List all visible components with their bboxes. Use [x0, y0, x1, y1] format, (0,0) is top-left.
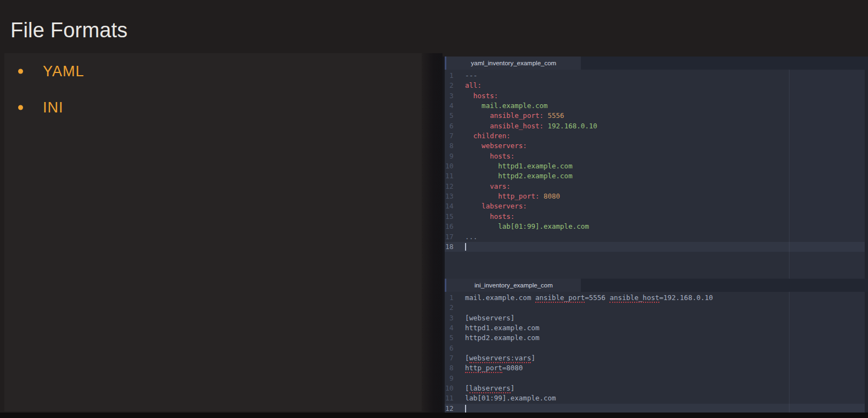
code-line: 7[webservers:vars]: [445, 353, 868, 363]
panel-shadow: [422, 53, 443, 418]
line-number: 1: [445, 71, 453, 81]
code-line: 1---: [445, 71, 868, 81]
code-text: httpd2.example.com: [453, 333, 539, 343]
code-text: mail.example.com ansible_port=5556 ansib…: [453, 293, 713, 303]
code-text: httpd2.example.com: [453, 171, 573, 181]
line-number: 6: [445, 343, 453, 353]
code-line: 7 children:: [445, 131, 868, 141]
yaml-tab-bar: yaml_inventory_example_com: [445, 57, 868, 70]
ini-editor-panel: ini_inventory_example_com 1mail.example.…: [443, 279, 868, 413]
bullet-item-label: INI: [43, 99, 64, 116]
code-line: 2all:: [445, 81, 868, 91]
code-text: [webservers]: [453, 313, 514, 323]
code-line: 2: [445, 303, 868, 313]
code-line: 14 labservers:: [445, 201, 868, 211]
code-text: ansible_host: 192.168.0.10: [453, 121, 597, 131]
code-line: 15 hosts:: [445, 212, 868, 222]
line-number: 8: [445, 363, 453, 373]
yaml-editor-panel: yaml_inventory_example_com 1---2all:3 ho…: [443, 57, 868, 279]
code-line: 9: [445, 374, 868, 383]
code-line: 13 http_port: 8080: [445, 191, 868, 201]
tab-yaml-inventory[interactable]: yaml_inventory_example_com: [446, 57, 581, 70]
bullet-item-ini: INI: [4, 98, 422, 117]
line-number: 16: [445, 222, 453, 231]
line-number: 7: [445, 353, 453, 363]
line-number: 12: [445, 182, 453, 191]
line-number: 11: [445, 171, 453, 181]
code-line: 6: [445, 343, 868, 353]
code-text: vars:: [453, 182, 511, 191]
code-text: lab[01:99].example.com: [453, 222, 589, 231]
code-line: 9 hosts:: [445, 151, 868, 161]
code-text: ...: [453, 232, 478, 242]
code-line: 18: [445, 242, 868, 252]
line-number: 6: [445, 121, 453, 131]
text-cursor: [465, 243, 466, 251]
scrollbar-track[interactable]: [865, 292, 868, 413]
line-number: 10: [445, 383, 453, 393]
line-number: 7: [445, 131, 453, 141]
code-text: hosts:: [453, 212, 514, 222]
code-line: 11lab[01:99].example.com: [445, 393, 868, 403]
line-number: 13: [445, 191, 453, 201]
scrollbar-track[interactable]: [865, 70, 868, 279]
tab-label: ini_inventory_example_com: [474, 282, 553, 289]
line-number: 3: [445, 313, 453, 323]
code-text: children:: [453, 131, 511, 141]
bullet-item-label: YAML: [43, 63, 85, 80]
code-text: mail.example.com: [453, 101, 548, 111]
code-lines: 1mail.example.com ansible_port=5556 ansi…: [445, 293, 868, 414]
line-number: 4: [445, 323, 453, 333]
text-cursor: [465, 405, 466, 413]
code-text: http_port=8080: [453, 363, 523, 373]
code-line: 1mail.example.com ansible_port=5556 ansi…: [445, 293, 868, 303]
code-line: 4httpd1.example.com: [445, 323, 868, 333]
code-line: 10[labservers]: [445, 383, 868, 393]
tab-label: yaml_inventory_example_com: [471, 60, 556, 66]
line-number: 9: [445, 374, 453, 383]
code-line: 11 httpd2.example.com: [445, 171, 868, 181]
ini-tab-bar: ini_inventory_example_com: [445, 279, 868, 292]
tab-ini-inventory[interactable]: ini_inventory_example_com: [446, 279, 581, 292]
code-lines: 1---2all:3 hosts:4 mail.example.com5 ans…: [445, 71, 868, 252]
line-number: 17: [445, 232, 453, 242]
code-text: httpd1.example.com: [453, 323, 539, 333]
code-text: [453, 242, 466, 252]
code-text: [labservers]: [453, 383, 514, 393]
code-line: 16 lab[01:99].example.com: [445, 222, 868, 231]
line-number: 9: [445, 151, 453, 161]
line-number: 10: [445, 161, 453, 171]
code-line: 3[webservers]: [445, 313, 868, 323]
code-text: webservers:: [453, 141, 527, 151]
code-text: labservers:: [453, 201, 527, 211]
line-number: 8: [445, 141, 453, 151]
ini-code-area[interactable]: 1mail.example.com ansible_port=5556 ansi…: [445, 292, 868, 413]
bullet-item-yaml: YAML: [4, 61, 422, 81]
line-number: 3: [445, 91, 453, 101]
code-line: 10 httpd1.example.com: [445, 161, 868, 171]
line-number: 1: [445, 293, 453, 303]
code-line: 8http_port=8080: [445, 363, 868, 373]
line-number: 5: [445, 111, 453, 121]
code-text: httpd1.example.com: [453, 161, 573, 171]
page-title: File Formats: [10, 19, 128, 42]
bullet-dot-icon: [18, 69, 23, 74]
slide: File Formats YAML INI yaml_inventory_exa…: [0, 0, 868, 418]
code-line: 17...: [445, 232, 868, 242]
line-number: 15: [445, 212, 453, 222]
code-text: ---: [453, 71, 478, 81]
yaml-code-area[interactable]: 1---2all:3 hosts:4 mail.example.com5 ans…: [445, 70, 868, 279]
code-text: lab[01:99].example.com: [453, 393, 556, 403]
code-text: hosts:: [453, 91, 498, 101]
code-text: [webservers:vars]: [453, 353, 535, 363]
line-number: 4: [445, 101, 453, 111]
line-number: 2: [445, 303, 453, 313]
line-number: 5: [445, 333, 453, 343]
bullet-list: YAML INI: [4, 61, 422, 117]
code-text: hosts:: [453, 151, 514, 161]
line-number: 18: [445, 242, 453, 252]
bullet-dot-icon: [18, 105, 23, 110]
code-line: 5httpd2.example.com: [445, 333, 868, 343]
code-line: 8 webservers:: [445, 141, 868, 151]
slide-content-box: YAML INI: [4, 53, 422, 411]
